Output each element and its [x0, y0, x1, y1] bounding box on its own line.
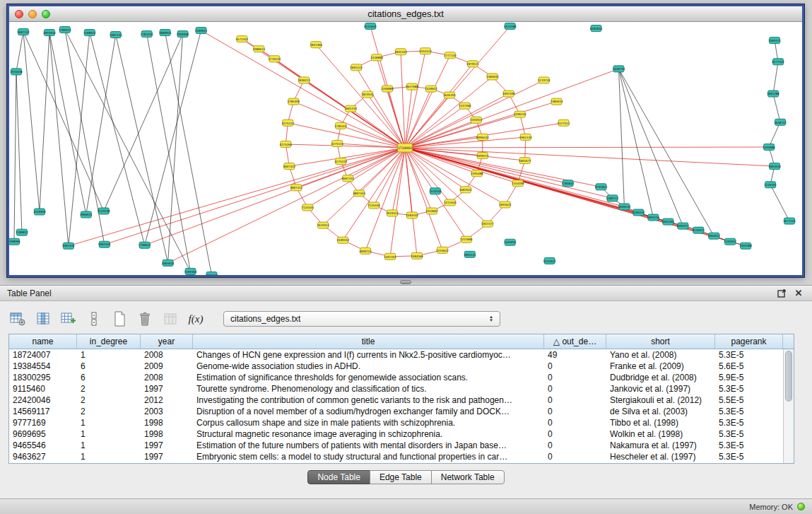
graph-node[interactable]: 1154499: [512, 180, 524, 187]
delete-table-icon[interactable]: [136, 310, 154, 327]
graph-node[interactable]: 8996533: [476, 134, 489, 140]
graph-node[interactable]: 1823541: [361, 91, 374, 98]
graph-node[interactable]: 7485033: [486, 74, 499, 80]
graph-node[interactable]: 1677244: [783, 218, 796, 224]
graph-node[interactable]: 4275115: [331, 140, 343, 146]
graph-node[interactable]: 2064622: [707, 233, 720, 239]
graph-node[interactable]: 2095944: [43, 30, 56, 36]
row-options-icon[interactable]: [85, 310, 103, 327]
graph-node[interactable]: 1691622: [499, 201, 512, 208]
graph-node[interactable]: 4275122: [282, 119, 295, 126]
column-header-in_degree[interactable]: in_degree: [77, 334, 141, 349]
graph-node[interactable]: 1534545: [429, 188, 442, 194]
select-columns-icon[interactable]: [34, 310, 52, 327]
graph-node[interactable]: 1595488: [471, 170, 483, 177]
graph-node[interactable]: 3607322: [283, 163, 295, 170]
splitter-handle[interactable]: [400, 280, 411, 284]
graph-node[interactable]: 1601222: [350, 64, 363, 71]
graph-node[interactable]: 1509011: [195, 28, 208, 34]
graph-node[interactable]: 1687122: [17, 29, 30, 35]
graph-node[interactable]: 1509344: [336, 237, 349, 243]
graph-node[interactable]: 5572288: [504, 23, 517, 30]
minimize-window-button[interactable]: [28, 10, 37, 18]
graph-node[interactable]: 7619422: [386, 210, 399, 216]
graph-node[interactable]: 4275266: [280, 141, 293, 147]
graph-node[interactable]: 1808955: [159, 30, 172, 36]
graph-node[interactable]: 1497455: [384, 253, 396, 259]
graph-node[interactable]: 8791822: [595, 184, 608, 190]
graph-node[interactable]: 1509244: [632, 209, 645, 216]
graph-node[interactable]: 1211644: [444, 199, 457, 206]
graph-node[interactable]: 2260888: [381, 86, 394, 92]
graph-node[interactable]: 1509366: [184, 268, 197, 274]
graph-node[interactable]: 2240888: [370, 54, 383, 61]
graph-node[interactable]: 5572322: [236, 36, 249, 42]
graph-node[interactable]: 9277422: [772, 59, 784, 65]
graph-node[interactable]: 1594922: [470, 117, 483, 123]
table-row[interactable]: 946554611997Estimation of the future num…: [9, 440, 783, 451]
graph-node[interactable]: 1687622: [459, 187, 472, 193]
graph-node[interactable]: 1780622: [139, 242, 151, 248]
graph-node[interactable]: 1047477: [481, 221, 494, 227]
graph-node[interactable]: 1595800: [763, 144, 775, 150]
graph-node[interactable]: 1831366: [310, 42, 322, 48]
close-panel-icon[interactable]: ✕: [792, 288, 805, 299]
graph-node[interactable]: 5901355: [98, 241, 111, 247]
graph-node[interactable]: 1879511: [466, 61, 479, 67]
network-graph[interactable]: 1823541160124417853224275115427523336073…: [9, 22, 802, 275]
graph-node[interactable]: 1648722: [774, 119, 787, 125]
graph-node[interactable]: 1180822: [16, 229, 28, 235]
graph-node[interactable]: 1601244: [344, 105, 357, 112]
graph-node[interactable]: 1601288: [767, 90, 779, 97]
graph-node[interactable]: 1894122: [464, 251, 476, 257]
graph-node[interactable]: 2016350: [10, 69, 23, 75]
column-header-name[interactable]: name: [9, 334, 77, 349]
graph-node[interactable]: 1980611: [253, 46, 266, 52]
graph-node[interactable]: 1648794: [613, 66, 625, 72]
graph-node[interactable]: 1210355: [764, 182, 777, 188]
new-table-icon[interactable]: [110, 310, 129, 327]
graph-node[interactable]: 4275233: [334, 158, 347, 165]
column-header-year[interactable]: year: [141, 334, 193, 349]
graph-node[interactable]: 1687133: [110, 32, 122, 38]
network-window-titlebar[interactable]: citations_edges.txt: [9, 6, 802, 22]
column-header-short[interactable]: short: [606, 334, 715, 349]
graph-node[interactable]: 2066611: [80, 211, 93, 218]
graph-node[interactable]: 1830211: [298, 77, 310, 83]
graph-node[interactable]: 1601633: [768, 163, 781, 170]
graph-node[interactable]: 1147466: [459, 103, 471, 109]
table-row[interactable]: 946362711997Embryonic stem cells: a mode…: [9, 451, 783, 462]
graph-node[interactable]: 1508966: [9, 238, 20, 245]
graph-node[interactable]: 9245022: [543, 257, 556, 264]
tab-network-table[interactable]: Network Table: [431, 470, 505, 484]
graph-node[interactable]: 1785399: [287, 98, 300, 105]
graph-node[interactable]: 1961133: [519, 134, 532, 140]
graph-node[interactable]: 1589711: [606, 195, 619, 201]
graph-node[interactable]: 5901335: [62, 243, 75, 249]
table-row[interactable]: 1872400712008Changes of HCN gene express…: [9, 349, 783, 361]
graph-node[interactable]: 8183044: [590, 25, 603, 32]
graph-node[interactable]: 2129198: [98, 208, 110, 214]
graph-node[interactable]: 1553622: [436, 247, 449, 253]
graph-node[interactable]: 1320022: [425, 86, 437, 92]
graph-node[interactable]: 1780311: [59, 27, 71, 33]
graph-node[interactable]: 1097499: [502, 90, 515, 97]
graph-node[interactable]: 1553667: [425, 208, 438, 214]
graph-node[interactable]: 1584533: [406, 212, 418, 218]
graph-node[interactable]: 2064633: [162, 259, 175, 266]
graph-node[interactable]: 1894144: [206, 271, 218, 275]
graph-node[interactable]: 1831344: [394, 49, 407, 55]
tab-node-table[interactable]: Node Table: [307, 470, 370, 484]
graph-node[interactable]: 1609233: [618, 204, 631, 210]
table-row[interactable]: 1830029562008Estimation of significance …: [9, 372, 783, 383]
graph-node[interactable]: 2526050: [33, 209, 46, 215]
graph-node[interactable]: 3807344: [353, 190, 365, 197]
graph-node[interactable]: 1776233: [269, 56, 281, 62]
graph-node[interactable]: 1601677: [519, 158, 531, 164]
graph-node[interactable]: 4099722: [359, 247, 372, 254]
graph-node[interactable]: 1099511: [476, 153, 489, 159]
graph-node[interactable]: 1596244: [514, 111, 526, 117]
table-selector-dropdown[interactable]: citations_edges.txt ▲▼: [223, 311, 500, 327]
function-builder-icon[interactable]: f(x): [187, 310, 205, 327]
table-row[interactable]: 977716911998Corpus callosum shape and si…: [9, 417, 783, 428]
